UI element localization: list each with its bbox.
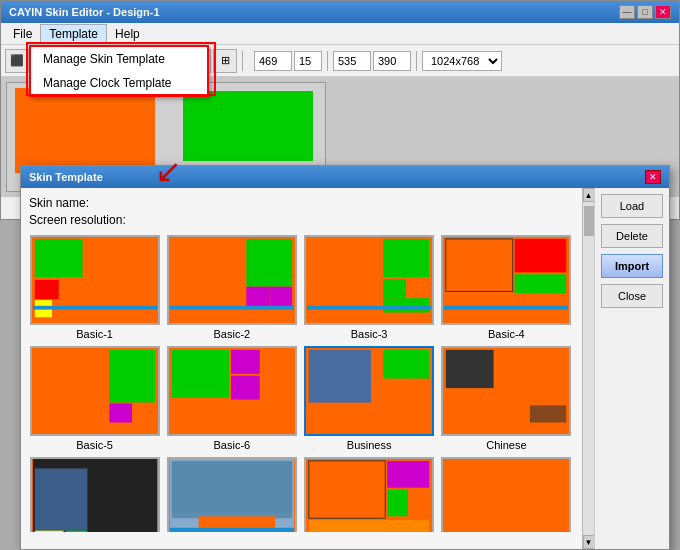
toolbar-btn-9[interactable]: ⊞ xyxy=(213,49,237,73)
toolbar-sep-3 xyxy=(416,51,417,71)
svg-rect-44 xyxy=(34,531,63,532)
template-basic5[interactable]: Basic-5 xyxy=(29,346,160,451)
toolbar-x-field[interactable] xyxy=(254,51,292,71)
manage-skin-template-item[interactable]: Manage Skin Template xyxy=(31,47,207,71)
svg-rect-43 xyxy=(34,469,87,531)
thumb-cinema-svg xyxy=(32,459,158,532)
toolbar-y-field[interactable] xyxy=(294,51,322,71)
load-btn[interactable]: Load xyxy=(601,194,663,218)
svg-rect-24 xyxy=(109,403,132,422)
minimize-btn[interactable]: — xyxy=(619,5,635,19)
main-title-bar: CAYIN Skin Editor - Design-1 — □ ✕ xyxy=(1,1,679,23)
menu-help[interactable]: Help xyxy=(107,25,148,43)
toolbar-w-field[interactable] xyxy=(333,51,371,71)
svg-rect-52 xyxy=(309,461,385,518)
delete-btn[interactable]: Delete xyxy=(601,224,663,248)
svg-rect-30 xyxy=(261,350,292,400)
svg-rect-50 xyxy=(170,528,294,532)
menu-file[interactable]: File xyxy=(5,25,40,43)
template-city[interactable]: City xyxy=(166,457,297,532)
thumb-basic5 xyxy=(30,346,160,436)
thumb-default xyxy=(441,457,571,532)
svg-rect-15 xyxy=(383,298,429,312)
svg-rect-12 xyxy=(383,239,429,277)
thumb-basic2-svg xyxy=(169,237,295,323)
toolbar-sep-2 xyxy=(327,51,328,71)
svg-rect-40 xyxy=(530,405,566,422)
resolution-select[interactable]: 1024x768 xyxy=(422,51,502,71)
thumb-basic6-label: Basic-6 xyxy=(214,439,251,451)
svg-rect-7 xyxy=(246,239,292,287)
template-dropdown: Manage Skin Template Manage Clock Templa… xyxy=(29,45,209,97)
thumb-city-svg xyxy=(169,459,295,532)
thumb-chinese-label: Chinese xyxy=(486,439,526,451)
template-basic1[interactable]: Basic-1 xyxy=(29,235,160,340)
svg-rect-21 xyxy=(444,306,568,310)
svg-rect-53 xyxy=(387,461,429,488)
dialog-close-btn[interactable]: ✕ xyxy=(645,170,661,184)
svg-rect-34 xyxy=(383,350,429,379)
manage-clock-template-item[interactable]: Manage Clock Template xyxy=(31,71,207,95)
svg-rect-10 xyxy=(170,306,294,310)
template-classic[interactable]: Classic xyxy=(304,457,435,532)
thumb-chinese xyxy=(441,346,571,436)
toolbar-btn-1[interactable]: ⬛ xyxy=(5,49,29,73)
template-basic4[interactable]: Basic-4 xyxy=(441,235,572,340)
template-basic6[interactable]: Basic-6 xyxy=(166,346,297,451)
templates-grid: Basic-1 Basic-2 xyxy=(29,235,574,532)
svg-rect-2 xyxy=(34,239,82,277)
thumb-classic xyxy=(304,457,434,532)
template-business[interactable]: Business xyxy=(304,346,435,451)
thumb-basic6 xyxy=(167,346,297,436)
toolbar-sep-1 xyxy=(242,51,243,71)
screen-res-row: Screen resolution: xyxy=(29,213,574,227)
svg-rect-45 xyxy=(65,531,87,532)
close-btn[interactable]: ✕ xyxy=(655,5,671,19)
toolbar-h-field[interactable] xyxy=(373,51,411,71)
canvas-green-zone xyxy=(183,91,313,161)
svg-rect-23 xyxy=(109,350,155,403)
close-dialog-btn[interactable]: Close xyxy=(601,284,663,308)
svg-rect-20 xyxy=(515,274,567,293)
menu-bar: File Template Help xyxy=(1,23,679,45)
thumb-basic4-svg xyxy=(443,237,569,323)
svg-rect-3 xyxy=(34,280,58,299)
template-default[interactable]: Default xyxy=(441,457,572,532)
svg-rect-39 xyxy=(446,390,494,422)
skin-name-label: Skin name: xyxy=(29,196,89,210)
template-basic2[interactable]: Basic-2 xyxy=(166,235,297,340)
template-chinese[interactable]: Chinese xyxy=(441,346,572,451)
svg-rect-55 xyxy=(408,490,429,517)
svg-rect-33 xyxy=(309,350,371,403)
dialog-sidebar: Load Delete Import Close xyxy=(594,188,669,549)
svg-rect-14 xyxy=(406,279,429,298)
thumb-default-svg xyxy=(443,459,569,532)
dialog-body: Skin name: Screen resolution: xyxy=(21,188,669,549)
thumb-basic4 xyxy=(441,235,571,325)
svg-rect-25 xyxy=(132,403,155,422)
thumb-basic1-svg xyxy=(32,237,158,323)
svg-rect-37 xyxy=(446,350,494,388)
import-btn[interactable]: Import xyxy=(601,254,663,278)
skin-template-dialog: Skin Template ✕ Skin name: Screen resolu… xyxy=(20,165,670,550)
scroll-down-btn[interactable]: ▼ xyxy=(583,535,595,549)
svg-rect-5 xyxy=(33,306,157,310)
thumb-basic5-label: Basic-5 xyxy=(76,439,113,451)
scroll-up-btn[interactable]: ▲ xyxy=(583,188,595,202)
svg-rect-29 xyxy=(231,376,260,400)
scroll-thumb[interactable] xyxy=(584,206,594,236)
template-cinema[interactable]: Cinema xyxy=(29,457,160,532)
dialog-title-text: Skin Template xyxy=(29,171,103,183)
thumb-business xyxy=(304,346,434,436)
thumb-basic2-label: Basic-2 xyxy=(214,328,251,340)
thumb-classic-svg xyxy=(306,459,432,532)
canvas-orange-zone xyxy=(15,88,155,173)
thumb-basic3 xyxy=(304,235,434,325)
svg-rect-56 xyxy=(309,520,429,532)
menu-template[interactable]: Template xyxy=(40,24,107,44)
maximize-btn[interactable]: □ xyxy=(637,5,653,19)
template-basic3[interactable]: Basic-3 xyxy=(304,235,435,340)
svg-rect-9 xyxy=(270,287,292,308)
svg-rect-57 xyxy=(444,459,568,532)
title-controls: — □ ✕ xyxy=(619,5,671,19)
